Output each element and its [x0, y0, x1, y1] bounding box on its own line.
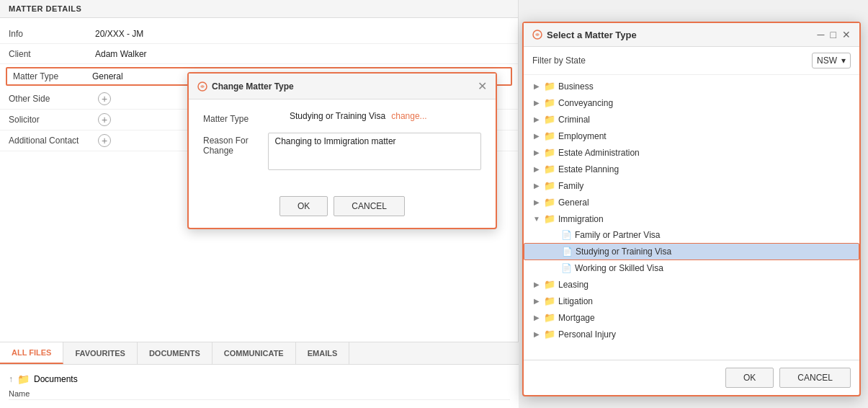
folder-icon-personal-injury: 📁 [544, 329, 555, 340]
change-dialog-close-button[interactable]: ✕ [478, 79, 487, 93]
tree-arrow-general: ▶ [532, 198, 541, 206]
tree-arrow-personal-injury: ▶ [532, 330, 541, 338]
tree-label-immigration: Immigration [558, 214, 604, 224]
tree-arrow-business: ▶ [532, 82, 541, 90]
reason-textarea[interactable] [268, 133, 481, 170]
tree-item-mortgage[interactable]: ▶📁Mortgage [524, 309, 859, 326]
tab-all-files[interactable]: ALL FILES [0, 342, 63, 364]
select-dialog-footer: OK CANCEL [524, 360, 859, 395]
section-title: MATTER DETAILS [9, 4, 81, 13]
tree-label-studying-training-visa: Studying or Training Visa [576, 247, 671, 257]
tree-item-general[interactable]: ▶📁General [524, 194, 859, 210]
solicitor-add-button[interactable]: + [98, 113, 111, 126]
name-column-header: Name [9, 388, 510, 400]
tab-emails[interactable]: EMAILS [296, 342, 350, 364]
doc-icon-studying-training-visa: 📄 [562, 247, 573, 257]
tree-item-personal-injury[interactable]: ▶📁Personal Injury [524, 326, 859, 342]
reason-field-label: Reason For Change [203, 133, 268, 156]
tree-area[interactable]: ▶📁Business▶📁Conveyancing▶📁Criminal▶📁Empl… [524, 75, 859, 360]
chevron-down-icon: ▾ [841, 56, 846, 66]
filter-bar: Filter by State NSW ▾ [524, 47, 859, 75]
change-dialog-footer: OK CANCEL [189, 190, 496, 228]
matter-type-field-row: Matter Type Studying or Training Visa ch… [203, 111, 481, 124]
client-row: Client Adam Walker [0, 44, 518, 64]
folder-icon-employment: 📁 [544, 130, 555, 141]
other-side-add-button[interactable]: + [98, 92, 111, 105]
tree-item-conveyancing[interactable]: ▶📁Conveyancing [524, 94, 859, 111]
tree-label-employment: Employment [558, 131, 607, 141]
tree-item-business[interactable]: ▶📁Business [524, 78, 859, 94]
tree-item-family[interactable]: ▶📁Family [524, 177, 859, 194]
tree-arrow-immigration: ▼ [532, 215, 541, 223]
folder-icon-litigation: 📁 [544, 296, 555, 306]
matter-type-field-value: Studying or Training Visa change... [290, 111, 481, 121]
folder-icon-criminal: 📁 [544, 114, 555, 125]
select-dialog-titlebar: Select a Matter Type ─ □ ✕ [524, 23, 859, 47]
doc-icon-working-skilled-visa: 📄 [561, 263, 572, 273]
tree-label-litigation: Litigation [558, 296, 593, 306]
select-dialog-ok-button[interactable]: OK [725, 368, 774, 388]
additional-contact-label: Additional Contact [9, 136, 95, 146]
tree-arrow-litigation: ▶ [532, 297, 541, 305]
state-dropdown[interactable]: NSW ▾ [812, 53, 851, 68]
info-row: Info 20/XXX - JM [0, 24, 518, 44]
select-dialog-title: Select a Matter Type [532, 30, 637, 40]
up-arrow-icon[interactable]: ↑ [9, 374, 13, 384]
tab-favourites[interactable]: FAVOURITES [63, 342, 137, 364]
tree-item-leasing[interactable]: ▶📁Leasing [524, 276, 859, 293]
tree-label-working-skilled-visa: Working or Skilled Visa [575, 263, 663, 273]
tree-item-employment[interactable]: ▶📁Employment [524, 128, 859, 144]
folder-row: ↑ 📁 Documents [9, 371, 510, 388]
tree-label-personal-injury: Personal Injury [558, 329, 616, 340]
select-dialog-cancel-button[interactable]: CANCEL [779, 368, 851, 388]
tree-label-leasing: Leasing [558, 280, 589, 290]
tree-arrow-leasing: ▶ [532, 280, 541, 288]
filter-label: Filter by State [532, 56, 586, 66]
tree-arrow-criminal: ▶ [532, 115, 541, 123]
tree-item-estate-planning[interactable]: ▶📁Estate Planning [524, 161, 859, 177]
reason-field-row: Reason For Change [203, 133, 481, 170]
close-button[interactable]: ✕ [842, 29, 851, 40]
file-browser: ↑ 📁 Documents Name [0, 365, 519, 408]
tree-item-studying-training-visa[interactable]: 📄Studying or Training Visa [524, 243, 859, 260]
other-side-label: Other Side [9, 94, 95, 104]
tree-item-criminal[interactable]: ▶📁Criminal [524, 111, 859, 128]
matter-type-label: Matter Type [13, 71, 92, 81]
tree-label-estate-admin: Estate Administration [558, 148, 640, 158]
folder-icon-mortgage: 📁 [544, 312, 555, 323]
additional-contact-add-button[interactable]: + [98, 134, 111, 147]
change-dialog-ok-button[interactable]: OK [279, 196, 328, 216]
change-dialog-body: Matter Type Studying or Training Visa ch… [189, 99, 496, 190]
folder-icon-estate-admin: 📁 [544, 147, 555, 158]
minimize-button[interactable]: ─ [818, 29, 825, 40]
tab-documents[interactable]: DOCUMENTS [138, 342, 212, 364]
folder-icon-conveyancing: 📁 [544, 97, 555, 108]
matter-type-field-label: Matter Type [203, 111, 290, 124]
tree-item-family-partner-visa[interactable]: 📄Family or Partner Visa [524, 227, 859, 243]
tab-communicate[interactable]: COMMUNICATE [212, 342, 296, 364]
maximize-button[interactable]: □ [831, 29, 836, 40]
tree-label-conveyancing: Conveyancing [558, 98, 613, 108]
tree-label-estate-planning: Estate Planning [558, 164, 619, 174]
change-dialog-titlebar: Change Matter Type ✕ [189, 74, 496, 99]
tree-item-working-skilled-visa[interactable]: 📄Working or Skilled Visa [524, 260, 859, 276]
change-matter-dialog: Change Matter Type ✕ Matter Type Studyin… [187, 72, 497, 229]
tree-arrow-estate-planning: ▶ [532, 165, 541, 173]
tree-item-litigation[interactable]: ▶📁Litigation [524, 293, 859, 309]
tree-label-mortgage: Mortgage [558, 313, 595, 323]
tree-label-family-partner-visa: Family or Partner Visa [575, 230, 660, 240]
swirl-icon [197, 81, 207, 92]
change-dialog-cancel-button[interactable]: CANCEL [334, 196, 405, 216]
tree-item-estate-admin[interactable]: ▶📁Estate Administration [524, 144, 859, 161]
tree-arrow-employment: ▶ [532, 132, 541, 140]
tree-arrow-family: ▶ [532, 182, 541, 190]
folder-icon: 📁 [17, 373, 30, 385]
tree-item-immigration[interactable]: ▼📁Immigration [524, 210, 859, 227]
tree-arrow-conveyancing: ▶ [532, 99, 541, 107]
solicitor-label: Solicitor [9, 115, 95, 125]
tree-arrow-estate-admin: ▶ [532, 148, 541, 156]
client-label: Client [9, 49, 95, 59]
change-link[interactable]: change... [391, 111, 426, 121]
folder-icon-business: 📁 [544, 81, 555, 92]
select-matter-dialog: Select a Matter Type ─ □ ✕ Filter by Sta… [522, 22, 861, 396]
